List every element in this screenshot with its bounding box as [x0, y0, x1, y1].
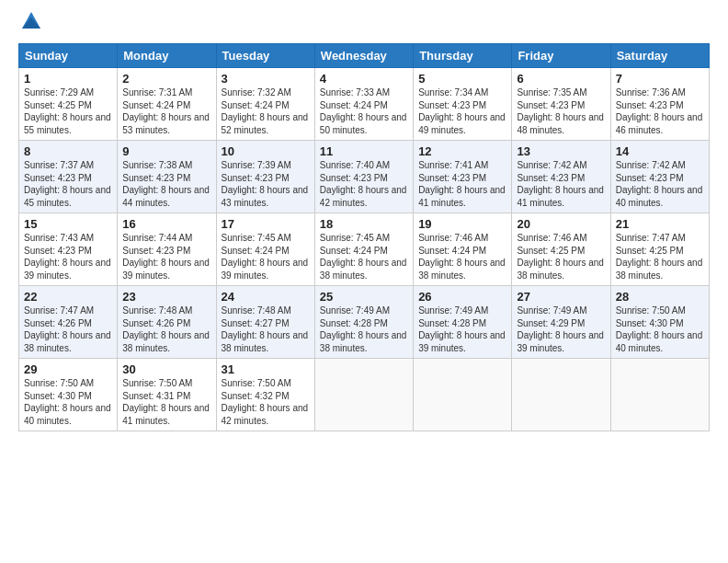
- calendar-cell: 25Sunrise: 7:49 AMSunset: 4:28 PMDayligh…: [314, 286, 413, 359]
- week-row: 8Sunrise: 7:37 AMSunset: 4:23 PMDaylight…: [19, 141, 710, 213]
- day-info: Sunrise: 7:42 AMSunset: 4:23 PMDaylight:…: [517, 159, 605, 209]
- day-header: Thursday: [414, 44, 512, 68]
- week-row: 1Sunrise: 7:29 AMSunset: 4:25 PMDaylight…: [19, 68, 710, 141]
- day-number: 21: [616, 217, 704, 231]
- calendar-cell: 7Sunrise: 7:36 AMSunset: 4:23 PMDaylight…: [610, 68, 709, 141]
- day-info: Sunrise: 7:50 AMSunset: 4:32 PMDaylight:…: [222, 377, 310, 427]
- day-number: 28: [616, 290, 704, 304]
- day-number: 30: [122, 362, 210, 376]
- day-number: 8: [24, 144, 112, 158]
- day-header: Sunday: [19, 44, 118, 68]
- day-number: 1: [24, 72, 112, 86]
- calendar-cell: 17Sunrise: 7:45 AMSunset: 4:24 PMDayligh…: [216, 213, 314, 286]
- day-number: 9: [122, 144, 210, 158]
- logo: [18, 14, 42, 36]
- day-info: Sunrise: 7:50 AMSunset: 4:30 PMDaylight:…: [24, 377, 112, 427]
- day-info: Sunrise: 7:42 AMSunset: 4:23 PMDaylight:…: [616, 159, 704, 209]
- day-number: 19: [418, 217, 506, 231]
- day-number: 20: [517, 217, 605, 231]
- day-info: Sunrise: 7:49 AMSunset: 4:28 PMDaylight:…: [418, 304, 506, 354]
- calendar-cell: 31Sunrise: 7:50 AMSunset: 4:32 PMDayligh…: [216, 359, 314, 431]
- day-info: Sunrise: 7:29 AMSunset: 4:25 PMDaylight:…: [24, 86, 112, 136]
- day-number: 13: [517, 144, 605, 158]
- logo-icon: [20, 10, 42, 36]
- day-info: Sunrise: 7:48 AMSunset: 4:26 PMDaylight:…: [122, 304, 210, 354]
- calendar-cell: 10Sunrise: 7:39 AMSunset: 4:23 PMDayligh…: [216, 141, 314, 213]
- day-number: 23: [122, 290, 210, 304]
- day-info: Sunrise: 7:50 AMSunset: 4:30 PMDaylight:…: [616, 304, 704, 354]
- header: [18, 14, 710, 36]
- day-info: Sunrise: 7:38 AMSunset: 4:23 PMDaylight:…: [122, 159, 210, 209]
- calendar-cell: 16Sunrise: 7:44 AMSunset: 4:23 PMDayligh…: [118, 213, 216, 286]
- day-info: Sunrise: 7:37 AMSunset: 4:23 PMDaylight:…: [24, 159, 112, 209]
- day-info: Sunrise: 7:39 AMSunset: 4:23 PMDaylight:…: [222, 159, 310, 209]
- day-info: Sunrise: 7:43 AMSunset: 4:23 PMDaylight:…: [24, 232, 112, 282]
- day-number: 6: [517, 72, 605, 86]
- day-number: 15: [24, 217, 112, 231]
- day-header: Saturday: [610, 44, 709, 68]
- day-info: Sunrise: 7:45 AMSunset: 4:24 PMDaylight:…: [222, 232, 310, 282]
- calendar-cell: 3Sunrise: 7:32 AMSunset: 4:24 PMDaylight…: [216, 68, 314, 141]
- day-info: Sunrise: 7:44 AMSunset: 4:23 PMDaylight:…: [122, 232, 210, 282]
- day-number: 7: [616, 72, 704, 86]
- calendar: SundayMondayTuesdayWednesdayThursdayFrid…: [18, 43, 710, 431]
- day-number: 31: [222, 362, 310, 376]
- day-info: Sunrise: 7:48 AMSunset: 4:27 PMDaylight:…: [222, 304, 310, 354]
- calendar-cell: 6Sunrise: 7:35 AMSunset: 4:23 PMDaylight…: [512, 68, 610, 141]
- day-info: Sunrise: 7:45 AMSunset: 4:24 PMDaylight:…: [320, 232, 408, 282]
- calendar-cell: 15Sunrise: 7:43 AMSunset: 4:23 PMDayligh…: [19, 213, 118, 286]
- day-info: Sunrise: 7:49 AMSunset: 4:28 PMDaylight:…: [320, 304, 408, 354]
- day-number: 18: [320, 217, 408, 231]
- calendar-cell: 21Sunrise: 7:47 AMSunset: 4:25 PMDayligh…: [610, 213, 709, 286]
- week-row: 22Sunrise: 7:47 AMSunset: 4:26 PMDayligh…: [19, 286, 710, 359]
- calendar-cell: 22Sunrise: 7:47 AMSunset: 4:26 PMDayligh…: [19, 286, 118, 359]
- calendar-cell: 8Sunrise: 7:37 AMSunset: 4:23 PMDaylight…: [19, 141, 118, 213]
- day-number: 24: [222, 290, 310, 304]
- day-number: 12: [418, 144, 506, 158]
- day-number: 5: [418, 72, 506, 86]
- page: SundayMondayTuesdayWednesdayThursdayFrid…: [0, 0, 728, 563]
- calendar-cell: [512, 359, 610, 431]
- day-header: Friday: [512, 44, 610, 68]
- calendar-cell: [610, 359, 709, 431]
- day-info: Sunrise: 7:36 AMSunset: 4:23 PMDaylight:…: [616, 86, 704, 136]
- day-number: 2: [122, 72, 210, 86]
- day-number: 11: [320, 144, 408, 158]
- day-info: Sunrise: 7:47 AMSunset: 4:25 PMDaylight:…: [616, 232, 704, 282]
- calendar-cell: [314, 359, 413, 431]
- day-info: Sunrise: 7:46 AMSunset: 4:24 PMDaylight:…: [418, 232, 506, 282]
- calendar-cell: 4Sunrise: 7:33 AMSunset: 4:24 PMDaylight…: [314, 68, 413, 141]
- calendar-cell: 18Sunrise: 7:45 AMSunset: 4:24 PMDayligh…: [314, 213, 413, 286]
- calendar-cell: 30Sunrise: 7:50 AMSunset: 4:31 PMDayligh…: [118, 359, 216, 431]
- calendar-cell: 28Sunrise: 7:50 AMSunset: 4:30 PMDayligh…: [610, 286, 709, 359]
- day-number: 25: [320, 290, 408, 304]
- calendar-cell: 29Sunrise: 7:50 AMSunset: 4:30 PMDayligh…: [19, 359, 118, 431]
- calendar-cell: 1Sunrise: 7:29 AMSunset: 4:25 PMDaylight…: [19, 68, 118, 141]
- day-number: 3: [222, 72, 310, 86]
- calendar-cell: 23Sunrise: 7:48 AMSunset: 4:26 PMDayligh…: [118, 286, 216, 359]
- calendar-cell: 24Sunrise: 7:48 AMSunset: 4:27 PMDayligh…: [216, 286, 314, 359]
- day-number: 17: [222, 217, 310, 231]
- calendar-cell: [414, 359, 512, 431]
- calendar-cell: 20Sunrise: 7:46 AMSunset: 4:25 PMDayligh…: [512, 213, 610, 286]
- day-header: Wednesday: [314, 44, 413, 68]
- day-info: Sunrise: 7:33 AMSunset: 4:24 PMDaylight:…: [320, 86, 408, 136]
- calendar-cell: 11Sunrise: 7:40 AMSunset: 4:23 PMDayligh…: [314, 141, 413, 213]
- day-header: Monday: [118, 44, 216, 68]
- day-number: 16: [122, 217, 210, 231]
- day-info: Sunrise: 7:31 AMSunset: 4:24 PMDaylight:…: [122, 86, 210, 136]
- calendar-cell: 9Sunrise: 7:38 AMSunset: 4:23 PMDaylight…: [118, 141, 216, 213]
- day-info: Sunrise: 7:41 AMSunset: 4:23 PMDaylight:…: [418, 159, 506, 209]
- day-info: Sunrise: 7:47 AMSunset: 4:26 PMDaylight:…: [24, 304, 112, 354]
- day-number: 22: [24, 290, 112, 304]
- day-info: Sunrise: 7:46 AMSunset: 4:25 PMDaylight:…: [517, 232, 605, 282]
- day-number: 26: [418, 290, 506, 304]
- calendar-cell: 26Sunrise: 7:49 AMSunset: 4:28 PMDayligh…: [414, 286, 512, 359]
- calendar-cell: 13Sunrise: 7:42 AMSunset: 4:23 PMDayligh…: [512, 141, 610, 213]
- calendar-cell: 5Sunrise: 7:34 AMSunset: 4:23 PMDaylight…: [414, 68, 512, 141]
- week-row: 29Sunrise: 7:50 AMSunset: 4:30 PMDayligh…: [19, 359, 710, 431]
- calendar-cell: 12Sunrise: 7:41 AMSunset: 4:23 PMDayligh…: [414, 141, 512, 213]
- calendar-cell: 2Sunrise: 7:31 AMSunset: 4:24 PMDaylight…: [118, 68, 216, 141]
- week-row: 15Sunrise: 7:43 AMSunset: 4:23 PMDayligh…: [19, 213, 710, 286]
- day-info: Sunrise: 7:32 AMSunset: 4:24 PMDaylight:…: [222, 86, 310, 136]
